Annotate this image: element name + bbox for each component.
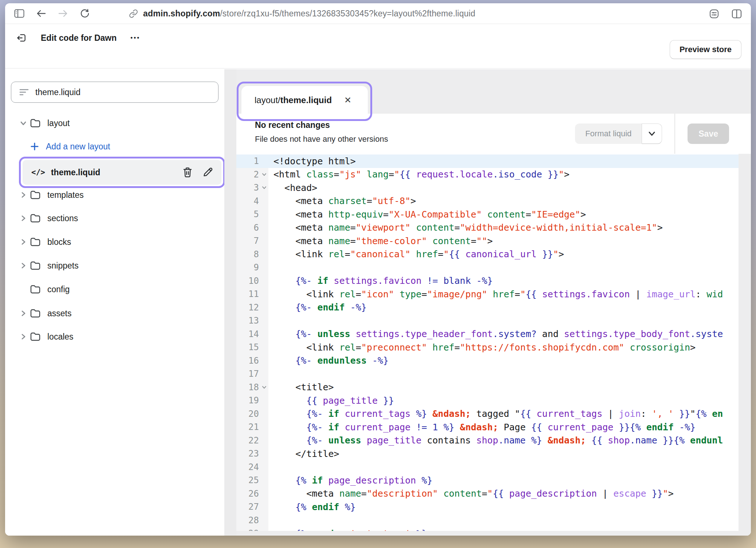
code-text: <link rel="icon" type="image/png" href="… <box>268 287 739 301</box>
code-text: {% endif %} <box>268 500 739 514</box>
code-line-18[interactable]: 18 <title> <box>236 381 739 394</box>
code-line-22[interactable]: 22 {%- unless page_title contains shop.n… <box>236 434 739 447</box>
code-line-4[interactable]: 4 <meta charset="utf-8"> <box>236 195 739 208</box>
file-search-input[interactable]: theme.liquid <box>11 82 218 103</box>
chevron-right-icon[interactable] <box>17 262 30 270</box>
line-number: 25 <box>236 474 268 487</box>
chevron-right-icon[interactable] <box>17 309 30 317</box>
code-line-24[interactable]: 24 <box>236 461 739 474</box>
code-line-13[interactable]: 13 <box>236 314 739 328</box>
chevron-right-icon[interactable] <box>17 238 30 246</box>
chevron-right-icon[interactable] <box>17 214 30 222</box>
preview-store-button[interactable]: Preview store <box>670 40 741 59</box>
code-line-15[interactable]: 15 <link rel="preconnect" href="https://… <box>236 341 739 354</box>
sidebar-item-layout[interactable]: layout <box>5 114 224 132</box>
chevron-right-icon[interactable] <box>17 333 30 341</box>
folder-icon <box>30 261 41 270</box>
reload-button[interactable] <box>79 8 90 19</box>
code-line-1[interactable]: 1<!doctype html> <box>236 154 739 168</box>
app-header: Edit code for Dawn ••• Preview store <box>5 24 751 68</box>
code-line-16[interactable]: 16 {%- endunless -%} <box>236 354 739 368</box>
sidebar-item-templates[interactable]: templates <box>5 186 224 204</box>
code-text: <meta charset="utf-8"> <box>268 195 739 208</box>
folder-icon <box>30 285 41 294</box>
sidebar-item-assets[interactable]: assets <box>5 305 224 322</box>
code-line-9[interactable]: 9 <box>236 261 739 274</box>
line-number: 27 <box>236 500 268 514</box>
sidebar-item-snippets[interactable]: snippets <box>5 257 224 274</box>
sidebar-item-sections[interactable]: sections <box>5 210 224 227</box>
code-line-2[interactable]: 2<html class="js" lang="{{ request.local… <box>236 168 739 181</box>
line-number: 20 <box>236 407 268 421</box>
code-text: {%- if settings.favicon != blank -%} <box>268 274 739 288</box>
fold-chevron-icon[interactable] <box>261 172 267 177</box>
code-line-19[interactable]: 19 {{ page_title }} <box>236 394 739 407</box>
format-liquid-button[interactable]: Format liquid <box>575 124 642 144</box>
fold-chevron-icon[interactable] <box>261 185 267 190</box>
code-viewport[interactable]: 1<!doctype html>2<html class="js" lang="… <box>236 154 739 531</box>
code-line-29[interactable]: 29 {% render 'meta-tags' %} <box>236 527 739 531</box>
code-line-3[interactable]: 3 <head> <box>236 181 739 195</box>
exit-editor-icon[interactable] <box>16 32 27 43</box>
code-line-20[interactable]: 20 {%- if current_tags %} &ndash; tagged… <box>236 407 739 421</box>
code-line-21[interactable]: 21 {%- if current_page != 1 %} &ndash; P… <box>236 420 739 434</box>
line-number: 24 <box>236 461 268 474</box>
sidebar-item-config[interactable]: config <box>5 281 224 298</box>
code-line-8[interactable]: 8 <link rel="canonical" href="{{ canonic… <box>236 248 739 261</box>
code-line-27[interactable]: 27 {% endif %} <box>236 500 739 514</box>
split-view-icon[interactable] <box>731 8 742 19</box>
line-number: 23 <box>236 447 268 461</box>
code-line-14[interactable]: 14 {%- unless settings.type_header_font.… <box>236 328 739 341</box>
sidebar-item-theme-liquid[interactable]: </>theme.liquid <box>23 160 221 185</box>
code-line-25[interactable]: 25 {% if page_description %} <box>236 474 739 487</box>
code-line-5[interactable]: 5 <meta http-equiv="X-UA-Compatible" con… <box>236 208 739 221</box>
line-number: 19 <box>236 394 268 407</box>
back-button[interactable] <box>36 8 47 19</box>
toolbar-divider <box>674 114 675 154</box>
code-text: {%- unless page_title contains shop.name… <box>268 434 739 447</box>
page-settings-icon[interactable] <box>709 8 720 19</box>
save-button[interactable]: Save <box>688 124 729 144</box>
sidebar-item-blocks[interactable]: blocks <box>5 233 224 251</box>
folder-icon <box>30 118 41 128</box>
chevron-down-icon[interactable] <box>17 120 30 126</box>
line-number: 1 <box>236 154 268 168</box>
code-editor-panel: layout/theme.liquid ✕ No recent changes … <box>236 69 751 536</box>
more-actions-button[interactable]: ••• <box>130 34 140 42</box>
tab-close-icon[interactable]: ✕ <box>344 96 351 105</box>
code-line-26[interactable]: 26 <meta name="description" content="{{ … <box>236 487 739 501</box>
line-number: 6 <box>236 221 268 235</box>
code-line-6[interactable]: 6 <meta name="viewport" content="width=d… <box>236 221 739 235</box>
code-line-28[interactable]: 28 <box>236 514 739 527</box>
browser-window: admin.shopify.com/store/rzq1xu-f5/themes… <box>5 3 751 536</box>
forward-button[interactable] <box>58 8 68 19</box>
sidebar-item-add-new-layout[interactable]: Add a new layout <box>5 138 224 155</box>
code-line-23[interactable]: 23 </title> <box>236 447 739 461</box>
tab-strip: layout/theme.liquid ✕ <box>236 69 751 114</box>
folder-icon <box>30 332 41 341</box>
sidebar-item-locales[interactable]: locales <box>5 328 224 345</box>
code-text: <title> <box>268 381 739 394</box>
code-line-17[interactable]: 17 <box>236 367 739 381</box>
code-line-10[interactable]: 10 {%- if settings.favicon != blank -%} <box>236 274 739 288</box>
sidebar-toggle-icon[interactable] <box>14 8 25 19</box>
trash-icon[interactable] <box>182 167 193 178</box>
status-subtitle: File does not have any other versions <box>255 134 388 144</box>
fold-chevron-icon[interactable] <box>261 385 267 390</box>
line-number: 14 <box>236 328 268 341</box>
chevron-right-icon[interactable] <box>17 191 30 199</box>
code-text <box>268 514 739 527</box>
code-text: <head> <box>268 181 739 195</box>
code-text: <meta name="theme-color" content=""> <box>268 234 739 248</box>
line-number: 26 <box>236 487 268 501</box>
code-line-11[interactable]: 11 <link rel="icon" type="image/png" hre… <box>236 287 739 301</box>
pencil-icon[interactable] <box>202 167 213 178</box>
format-liquid-button-group: Format liquid <box>575 124 662 144</box>
tab-layout-theme-liquid[interactable]: layout/theme.liquid ✕ <box>241 86 368 117</box>
code-line-7[interactable]: 7 <meta name="theme-color" content=""> <box>236 234 739 248</box>
main-content: theme.liquid layoutAdd a new layout</>th… <box>5 69 751 536</box>
format-liquid-dropdown[interactable] <box>642 124 662 144</box>
code-line-12[interactable]: 12 {%- endif -%} <box>236 301 739 314</box>
address-bar[interactable]: admin.shopify.com/store/rzq1xu-f5/themes… <box>129 3 475 24</box>
code-text: {%- unless settings.type_header_font.sys… <box>268 328 739 341</box>
